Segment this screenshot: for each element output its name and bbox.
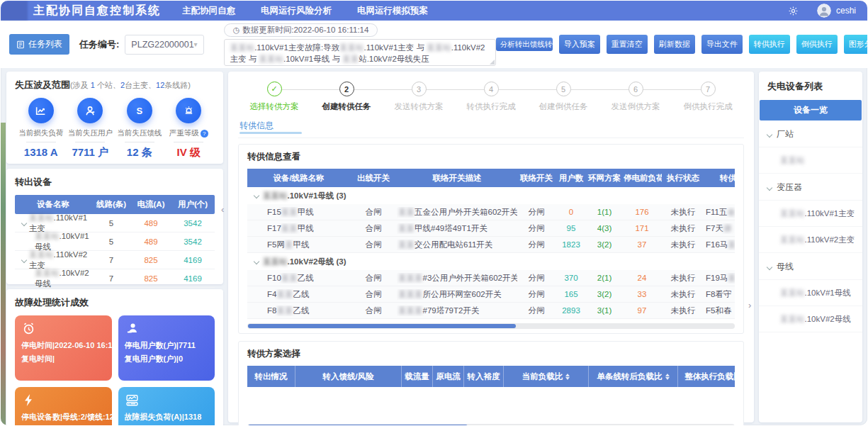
impact-title: 失压波及范围(涉及 1 个站、2台主变、12条线路): [15, 79, 215, 91]
username: ceshi: [836, 6, 856, 16]
table-row[interactable]: 某某站.110kV#2主变78254169: [15, 251, 215, 269]
table-header: 转出情况转入馈线/风险载流量原电流转入裕度当前负载比单条线转后负载比整体执行负载…: [247, 366, 735, 387]
stepper-step: 7倒供执行完成: [672, 82, 744, 112]
table-row[interactable]: 某某站.10kV#1母线54893542: [15, 232, 215, 251]
gear-icon[interactable]: [788, 6, 799, 16]
tree-item[interactable]: 某某站.10kV#2母线: [759, 306, 862, 332]
toolbar: 任务列表 任务编号: PLZG22000001 ▾ ◷ 数据更新时间:2022-…: [1, 21, 867, 68]
out-devices-panel: 转出设备 设备名称线路(条)电流(A)用户(个)某某站.110kV#1主变548…: [6, 169, 223, 284]
impact-stat: 当前损失负荷1318 A: [16, 98, 66, 159]
table-row[interactable]: F8某某乙线合闸某某某#79塔79T2开关分闸28933(1)97未执行F5和春: [247, 303, 735, 319]
scrollbar-thumb[interactable]: [248, 324, 516, 328]
collapse-left-handle[interactable]: ‹: [221, 205, 224, 214]
plan-select-table: 转出情况转入馈线/风险载流量原电流转入裕度当前负载比单条线转后负载比整体执行负载…: [247, 366, 735, 387]
table-row[interactable]: 某某站.10kV#2母线78254169: [15, 269, 215, 288]
impact-stat: 严重等级?IV 级: [164, 98, 214, 159]
stat-card: 停电用户数(户)|7711复电用户数(户)|0: [118, 315, 215, 381]
app-title: 主配协同自愈控制系统: [33, 4, 161, 18]
toolbar-button[interactable]: 图形分析: [844, 35, 867, 54]
sortable-column-header[interactable]: 整体执行负载比: [678, 366, 735, 387]
nav-item[interactable]: 电网运行风险分析: [261, 5, 332, 17]
table-row[interactable]: 某某站.110kV#1主变54893542: [15, 214, 215, 232]
chevron-down-icon[interactable]: [254, 193, 259, 198]
toolbar-button[interactable]: 重置清空: [607, 35, 648, 54]
tree-item[interactable]: 某某站: [759, 147, 862, 174]
stat-card-line: 停电时间|2022-06-10 16:11: [21, 339, 106, 352]
column-header: 原电流: [433, 366, 464, 387]
top-header: 主配协同自愈控制系统 主配协同自愈电网运行风险分析电网运行模拟预案 ceshi: [1, 1, 867, 21]
app-window: 主配协同自愈控制系统 主配协同自愈电网运行风险分析电网运行模拟预案 ceshi …: [0, 0, 868, 426]
stat-card-line: 复电用户数(户)|0: [125, 352, 209, 366]
help-icon[interactable]: ?: [201, 130, 208, 138]
table-group-row[interactable]: 某某站.10kV#2母线 (3): [247, 253, 735, 270]
table-row[interactable]: F10某某乙线合闸某某某#3公用户外开关箱602开关分闸3702(1)24未执行…: [247, 270, 735, 286]
table-group-row[interactable]: 某某站.10kV#1母线 (3): [247, 187, 735, 204]
stat-card-line: 复电时间|: [21, 352, 106, 366]
table-header: 设备/线路名称出线开关联络开关描述联络开关用户数环网方案停电前负荷执行状态转供馈…: [247, 169, 735, 187]
table-row[interactable]: F4某某乙线合闸某某某所公用环网室602开关分闸1653(2)33未执行F8看守: [247, 286, 735, 303]
fault-stats-title: 故障处理统计成效: [15, 296, 215, 309]
column-header: 转入裕度: [464, 366, 504, 387]
device-overview-header[interactable]: 设备一览: [760, 100, 862, 120]
task-no-select[interactable]: PLZG22000001 ▾: [125, 35, 203, 55]
column-header: 载流量: [402, 366, 433, 387]
chevron-down-icon: ▾: [194, 40, 198, 48]
scrollbar-thumb[interactable]: [248, 425, 468, 425]
toolbar-button[interactable]: 刷新数据: [654, 35, 695, 54]
user-menu[interactable]: ceshi: [817, 4, 856, 18]
toolbar-button[interactable]: 分析转出馈线转供电方案: [496, 38, 553, 51]
stat-card-line: 复电设备数|母线:0/馈线:0: [21, 424, 106, 425]
toolbar-button[interactable]: 导入预案: [559, 35, 600, 54]
list-icon: [16, 40, 25, 49]
table-row[interactable]: F17某某甲线合闸某某甲线#49塔49T1开关分闸954(3)171未执行F7天…: [247, 220, 735, 237]
impact-stat: S当前失压馈线12 条: [115, 98, 164, 159]
tab-row: 转供信息: [238, 118, 744, 138]
chevron-down-icon: [767, 264, 772, 269]
nav-item[interactable]: 主配协同自愈: [182, 5, 235, 17]
transfer-info-table: 设备/线路名称出线开关联络开关描述联络开关用户数环网方案停电前负荷执行状态转供馈…: [247, 169, 735, 319]
tab-active-indicator: [239, 132, 302, 134]
tree-parent[interactable]: 母线: [759, 253, 862, 280]
device-list-title: 失电设备列表: [759, 79, 862, 100]
stat-value: IV 级: [177, 146, 201, 159]
tree-item[interactable]: 某某站.110kV#2主变: [759, 227, 862, 253]
chevron-down-icon[interactable]: [21, 220, 27, 225]
logo: [1, 1, 28, 21]
chevron-down-icon: [767, 184, 772, 190]
table-row[interactable]: F5网某甲线合闸某某交公用配电站611开关分闸18233(2)37未执行F16马…: [247, 237, 735, 253]
stat-card-line: 故障恢复负荷(A)|0: [125, 424, 209, 425]
tree-item[interactable]: 某某站.10kV#1母线: [759, 280, 862, 306]
column-header: 转出情况: [247, 366, 295, 387]
center-column: ✓选择转供方案2创建转供任务3发送转供方案4转供执行完成5创建倒供任务6发送倒供…: [228, 72, 754, 422]
transfer-table-hscrollbar[interactable]: [247, 323, 735, 329]
toolbar-button[interactable]: 导出文件: [701, 35, 743, 54]
table-row[interactable]: F15某某甲线合闸某某五金公用户外开关箱602开关分闸01(1)176未执行F1…: [247, 204, 735, 220]
stepper-step: 4转供执行完成: [455, 82, 527, 112]
stat-card: 停电时间|2022-06-10 16:11复电时间|: [15, 315, 112, 381]
plan-select-title: 转供方案选择: [247, 348, 735, 360]
sortable-column-header[interactable]: 当前负载比: [504, 366, 589, 387]
toolbar-button[interactable]: 转供执行: [749, 35, 790, 54]
toolbar-button[interactable]: 倒供执行: [796, 35, 838, 54]
tab-transfer-info[interactable]: 转供信息: [238, 118, 303, 138]
transfer-info-panel: 转供信息查看 设备/线路名称出线开关联络开关描述联络开关用户数环网方案停电前负荷…: [238, 144, 744, 334]
chevron-down-icon[interactable]: [21, 257, 27, 262]
transfer-info-title: 转供信息查看: [247, 151, 735, 163]
task-list-button[interactable]: 任务列表: [9, 34, 69, 55]
stepper-step: 5创建倒供任务: [527, 82, 599, 112]
fault-description-input[interactable]: 某某站.110kV#1主变故障:导致某某站.110kV#1主变 与 某某站.11…: [224, 39, 496, 66]
impact-panel: 失压波及范围(涉及 1 个站、2台主变、12条线路) 当前损失负荷1318 A当…: [6, 72, 223, 164]
tree-item[interactable]: 某某站.110kV#1主变: [759, 201, 862, 227]
plan-select-empty-body: [247, 387, 735, 420]
nav-item[interactable]: 电网运行模拟预案: [357, 5, 428, 17]
stepper-step: 6发送倒供方案: [599, 82, 672, 112]
tree-parent[interactable]: 厂站: [759, 120, 862, 147]
chevron-down-icon[interactable]: [254, 259, 259, 264]
plan-table-hscrollbar[interactable]: [247, 424, 735, 425]
sort-icon: [665, 374, 670, 380]
tree-parent[interactable]: 变压器: [759, 174, 862, 201]
stat-card-line: 停电用户数(户)|7711: [125, 339, 209, 352]
collapse-right-handle[interactable]: ›: [748, 301, 751, 310]
sortable-column-header[interactable]: 单条线转后负载比: [589, 366, 678, 387]
device-tree: 厂站某某站变压器某某站.110kV#1主变某某站.110kV#2主变母线某某站.…: [759, 120, 862, 332]
